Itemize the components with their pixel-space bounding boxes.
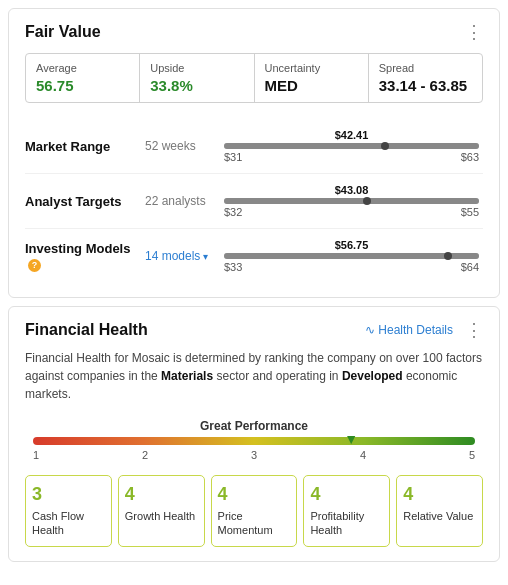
health-card-score-4: 4	[403, 484, 476, 505]
range-left-label-2: $33	[224, 261, 242, 273]
fh-sector: Materials	[161, 369, 213, 383]
performance-section: Great Performance ▼ 12345	[25, 419, 483, 461]
range-top-label-1: $43.08	[220, 184, 483, 196]
health-card-label-4: Relative Value	[403, 509, 476, 523]
range-sub-text: 22 analysts	[145, 194, 206, 208]
range-dot-1	[363, 197, 371, 205]
range-chart-2: $56.75 $33 $64	[220, 239, 483, 273]
financial-health-header: Financial Health ∿ Health Details ⋮	[25, 321, 483, 339]
range-bottom-labels-1: $32 $55	[224, 206, 479, 218]
upside-stat: Upside 33.8%	[140, 54, 254, 102]
health-card-label-0: Cash Flow Health	[32, 509, 105, 538]
perf-number: 1	[33, 449, 39, 461]
health-card-label-3: Profitability Health	[310, 509, 383, 538]
financial-health-card: Financial Health ∿ Health Details ⋮ Fina…	[8, 306, 500, 562]
range-sub-0: 52 weeks	[145, 139, 220, 153]
health-card-score-3: 4	[310, 484, 383, 505]
range-sub-1: 22 analysts	[145, 194, 220, 208]
range-bar-container-2	[224, 253, 479, 259]
fair-value-card: Fair Value ⋮ Average 56.75 Upside 33.8% …	[8, 8, 500, 298]
health-card-4: 4 Relative Value	[396, 475, 483, 547]
average-stat: Average 56.75	[26, 54, 140, 102]
range-top-label-2: $56.75	[220, 239, 483, 251]
chevron-down-icon: ▾	[203, 251, 208, 262]
range-bar-container-0	[224, 143, 479, 149]
health-cards-container: 3 Cash Flow Health 4 Growth Health 4 Pri…	[25, 475, 483, 547]
fair-value-title: Fair Value	[25, 23, 101, 41]
health-details-link[interactable]: ∿ Health Details	[365, 323, 453, 337]
range-row: Investing Models? 14 models ▾ $56.75 $33…	[25, 229, 483, 283]
uncertainty-stat: Uncertainty MED	[255, 54, 369, 102]
financial-health-title: Financial Health	[25, 321, 148, 339]
range-label-1: Analyst Targets	[25, 194, 145, 209]
range-bar-container-1	[224, 198, 479, 204]
range-left-label-0: $31	[224, 151, 242, 163]
health-details-label: Health Details	[378, 323, 453, 337]
spread-stat: Spread 33.14 - 63.85	[369, 54, 482, 102]
spread-value: 33.14 - 63.85	[379, 77, 472, 94]
perf-arrow-icon: ▼	[344, 431, 358, 447]
range-bottom-labels-2: $33 $64	[224, 261, 479, 273]
perf-number: 5	[469, 449, 475, 461]
range-dot-0	[381, 142, 389, 150]
perf-bar	[33, 437, 475, 445]
range-sub-2[interactable]: 14 models ▾	[145, 249, 220, 263]
perf-number: 4	[360, 449, 366, 461]
range-chart-1: $43.08 $32 $55	[220, 184, 483, 218]
fh-right-actions: ∿ Health Details ⋮	[365, 321, 483, 339]
health-card-score-2: 4	[218, 484, 291, 505]
uncertainty-value: MED	[265, 77, 358, 94]
perf-numbers: 12345	[33, 449, 475, 461]
perf-number: 2	[142, 449, 148, 461]
range-row: Analyst Targets 22 analysts $43.08 $32 $…	[25, 174, 483, 229]
range-bar-fill-0	[224, 143, 479, 149]
health-card-score-1: 4	[125, 484, 198, 505]
range-top-label-0: $42.41	[220, 129, 483, 141]
perf-bar-wrapper: ▼	[33, 437, 475, 445]
range-right-label-1: $55	[461, 206, 479, 218]
upside-value: 33.8%	[150, 77, 243, 94]
range-row: Market Range 52 weeks $42.41 $31 $63	[25, 119, 483, 174]
range-right-label-0: $63	[461, 151, 479, 163]
range-label-0: Market Range	[25, 139, 145, 154]
health-card-label-2: Price Momentum	[218, 509, 291, 538]
average-label: Average	[36, 62, 129, 74]
pulse-icon: ∿	[365, 323, 375, 337]
models-link[interactable]: 14 models ▾	[145, 249, 220, 263]
more-options-fh-icon[interactable]: ⋮	[465, 321, 483, 339]
perf-number: 3	[251, 449, 257, 461]
fh-market: Developed	[342, 369, 403, 383]
stats-row: Average 56.75 Upside 33.8% Uncertainty M…	[25, 53, 483, 103]
upside-label: Upside	[150, 62, 243, 74]
range-bottom-labels-0: $31 $63	[224, 151, 479, 163]
range-label-2: Investing Models?	[25, 241, 145, 272]
range-right-label-2: $64	[461, 261, 479, 273]
health-card-score-0: 3	[32, 484, 105, 505]
financial-health-description: Financial Health for Mosaic is determine…	[25, 349, 483, 403]
range-dot-2	[444, 252, 452, 260]
more-options-icon[interactable]: ⋮	[465, 23, 483, 41]
uncertainty-label: Uncertainty	[265, 62, 358, 74]
range-sub-text: 52 weeks	[145, 139, 196, 153]
fair-value-header: Fair Value ⋮	[25, 23, 483, 41]
spread-label: Spread	[379, 62, 472, 74]
health-card-1: 4 Growth Health	[118, 475, 205, 547]
range-bar-fill-1	[224, 198, 479, 204]
fh-desc-mid: sector and operating in	[213, 369, 342, 383]
health-card-3: 4 Profitability Health	[303, 475, 390, 547]
health-card-label-1: Growth Health	[125, 509, 198, 523]
health-card-0: 3 Cash Flow Health	[25, 475, 112, 547]
info-icon[interactable]: ?	[28, 259, 41, 272]
health-card-2: 4 Price Momentum	[211, 475, 298, 547]
range-bar-fill-2	[224, 253, 479, 259]
range-chart-0: $42.41 $31 $63	[220, 129, 483, 163]
perf-title: Great Performance	[25, 419, 483, 433]
range-left-label-1: $32	[224, 206, 242, 218]
range-rows: Market Range 52 weeks $42.41 $31 $63 Ana…	[25, 119, 483, 283]
average-value: 56.75	[36, 77, 129, 94]
